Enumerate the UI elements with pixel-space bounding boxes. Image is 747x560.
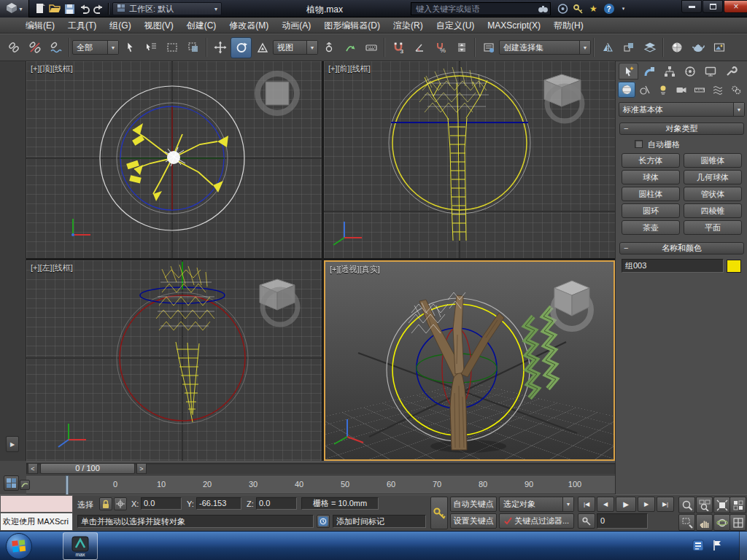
track-bar[interactable]: 0 10 20 30 40 50 60 70 80 90 100: [26, 475, 615, 494]
viewport-left-label[interactable]: [+][左][线框]: [31, 262, 73, 273]
application-menu-button[interactable]: ▾: [0, 0, 29, 18]
viewport-front[interactable]: [+][前][线框]: [324, 61, 615, 258]
primitive-box-button[interactable]: 长方体: [622, 153, 680, 168]
add-time-tag-field[interactable]: 添加时间标记: [333, 515, 426, 528]
set-key-button[interactable]: 设置关键点: [450, 513, 497, 529]
cmd-tab-utilities[interactable]: [721, 63, 740, 79]
search-input[interactable]: [411, 2, 551, 15]
keyboard-shortcut-override-button[interactable]: [360, 37, 382, 58]
menu-item-graph-editors[interactable]: 图形编辑器(D): [317, 18, 387, 34]
selection-lock-button[interactable]: [99, 497, 112, 510]
macro-recorder-field[interactable]: [0, 495, 73, 513]
viewport-layout-grid-button[interactable]: [4, 475, 19, 491]
menu-item-customize[interactable]: 自定义(U): [430, 18, 481, 34]
spinner-snap-button[interactable]: [451, 37, 472, 58]
viewport-layout-expand-button[interactable]: ▶: [6, 436, 19, 452]
viewport-perspective-label[interactable]: [+][透视][真实]: [330, 264, 380, 275]
select-and-rotate-button[interactable]: [231, 37, 252, 58]
primitive-cylinder-button[interactable]: 圆柱体: [622, 187, 680, 201]
rendered-frame-window-button[interactable]: [708, 37, 729, 58]
cmd-tab-create[interactable]: [619, 63, 638, 79]
zoom-button[interactable]: [678, 497, 695, 513]
object-color-swatch[interactable]: [727, 260, 741, 273]
primitive-plane-button[interactable]: 平面: [684, 220, 742, 235]
select-by-name-button[interactable]: [140, 37, 161, 58]
render-setup-button[interactable]: [687, 37, 708, 58]
current-frame-marker[interactable]: [66, 475, 69, 495]
help-icon[interactable]: ?: [602, 2, 616, 15]
save-file-button[interactable]: [63, 2, 76, 15]
key-filters-button[interactable]: 关键点过滤器...: [499, 513, 574, 529]
primitive-torus-button[interactable]: 圆环: [622, 203, 680, 218]
maxscript-listener-field[interactable]: 欢迎使用 MAXScri: [0, 513, 73, 531]
taskbar-3dsmax-button[interactable]: max: [63, 532, 98, 560]
y-coordinate-field[interactable]: -66.153: [196, 497, 241, 510]
start-button[interactable]: [6, 533, 32, 559]
object-name-field[interactable]: 组003: [622, 259, 724, 273]
new-scene-button[interactable]: [34, 2, 47, 15]
edit-named-selection-sets-button[interactable]: [478, 37, 499, 58]
key-filter-scope-dropdown[interactable]: 选定对象 ▼: [499, 497, 574, 512]
cmd-cat-cameras[interactable]: [673, 82, 690, 98]
zoom-all-button[interactable]: [696, 497, 713, 513]
cmd-cat-helpers[interactable]: [691, 82, 708, 98]
cmd-tab-modify[interactable]: [639, 63, 659, 79]
select-and-manipulate-button[interactable]: [339, 37, 360, 58]
cmd-tab-display[interactable]: [700, 63, 720, 79]
viewport-left[interactable]: [+][左][线框]: [26, 260, 322, 461]
snaps-toggle-button[interactable]: 3: [387, 37, 409, 58]
infocenter-caret-icon[interactable]: ▾: [616, 2, 630, 15]
primitive-teapot-button[interactable]: 茶壶: [622, 220, 680, 235]
zoom-region-button[interactable]: [678, 514, 695, 531]
cmd-cat-lights[interactable]: [654, 82, 672, 98]
cmd-cat-geometry[interactable]: [618, 82, 635, 98]
use-pivot-center-button[interactable]: [318, 37, 339, 58]
binoculars-icon[interactable]: [538, 4, 549, 15]
named-selection-set-dropdown[interactable]: 创建选择集 ▼: [499, 40, 591, 55]
cmd-tab-hierarchy[interactable]: [659, 63, 679, 79]
next-frame-button[interactable]: ▶: [638, 497, 655, 512]
menu-item-create[interactable]: 创建(C): [180, 18, 223, 34]
play-button[interactable]: ▶: [616, 497, 636, 512]
go-to-start-button[interactable]: |◀: [578, 497, 595, 512]
undo-button[interactable]: [77, 2, 90, 15]
maximize-viewport-button[interactable]: [729, 514, 746, 531]
select-and-scale-button[interactable]: [252, 37, 273, 58]
cmd-tab-motion[interactable]: [680, 63, 700, 79]
tray-input-icon[interactable]: [692, 539, 705, 552]
menu-item-help[interactable]: 帮助(H): [547, 18, 590, 34]
primitive-sphere-button[interactable]: 球体: [622, 170, 680, 184]
angle-snap-button[interactable]: [409, 37, 430, 58]
material-editor-button[interactable]: [666, 37, 687, 58]
current-frame-field[interactable]: 0: [597, 513, 648, 529]
primitive-pyramid-button[interactable]: 四棱锥: [684, 203, 742, 218]
time-slider-handle[interactable]: 0 / 100: [40, 463, 135, 474]
menu-item-animation[interactable]: 动画(A): [275, 18, 317, 34]
favorites-star-icon[interactable]: ★: [587, 2, 600, 15]
rect-selection-region-button[interactable]: [161, 37, 182, 58]
close-button[interactable]: ×: [724, 0, 747, 13]
align-button[interactable]: [618, 37, 639, 58]
menu-item-views[interactable]: 视图(V): [138, 18, 180, 34]
key-sign-in-icon[interactable]: [571, 2, 585, 15]
menu-item-maxscript[interactable]: MAXScript(X): [481, 18, 547, 34]
cmd-cat-systems[interactable]: [727, 82, 745, 98]
layer-manager-button[interactable]: [639, 37, 660, 58]
menu-item-group[interactable]: 组(G): [103, 18, 137, 34]
menu-item-edit[interactable]: 编辑(E): [19, 18, 61, 34]
auto-key-button[interactable]: 自动关键点: [450, 497, 497, 512]
mini-curve-editor-button[interactable]: [20, 480, 30, 490]
workspace-dropdown[interactable]: 工作区: 默认 ▾: [112, 2, 222, 15]
primitive-category-dropdown[interactable]: 标准基本体 ▼: [619, 102, 745, 117]
orbit-button[interactable]: [713, 514, 730, 531]
bind-to-spacewarp-button[interactable]: [45, 37, 66, 58]
previous-frame-arrow[interactable]: <: [28, 463, 38, 474]
time-slider[interactable]: < 0 / 100 >: [26, 461, 615, 475]
primitive-tube-button[interactable]: 管状体: [684, 187, 742, 201]
select-and-link-button[interactable]: [3, 37, 24, 58]
redo-button[interactable]: [92, 2, 105, 15]
selection-filter-dropdown[interactable]: 全部 ▼: [72, 40, 119, 55]
menu-item-tools[interactable]: 工具(T): [61, 18, 103, 34]
open-file-button[interactable]: [48, 2, 61, 15]
previous-frame-button[interactable]: ◀: [597, 497, 614, 512]
